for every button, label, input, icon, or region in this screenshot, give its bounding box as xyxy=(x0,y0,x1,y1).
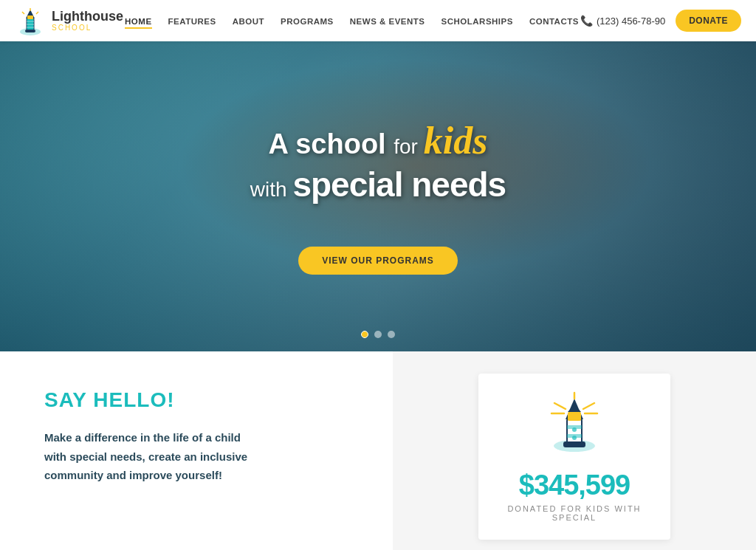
svg-rect-16 xyxy=(568,412,581,421)
hero-dot-2[interactable] xyxy=(374,331,382,338)
svg-rect-10 xyxy=(25,30,35,32)
donation-amount: $345,599 xyxy=(501,470,648,501)
hero-content: A school for kids with special needs VIE… xyxy=(250,118,506,275)
nav-item-home[interactable]: HOME xyxy=(125,17,152,29)
nav-right: 📞 (123) 456-78-90 DONATE xyxy=(580,10,741,32)
say-hello-panel: SAY HELLO! Make a difference in the life… xyxy=(0,351,393,550)
svg-rect-18 xyxy=(563,441,585,447)
hero-with-text: with xyxy=(250,178,293,201)
nav-item-scholarships[interactable]: SCHOLARSHIPS xyxy=(441,17,513,26)
nav-item-news[interactable]: NEWS & EVENTS xyxy=(350,17,425,26)
lighthouse-icon xyxy=(541,388,608,455)
lighthouse-icon-wrap xyxy=(501,388,648,458)
logo-subtitle: School xyxy=(52,24,123,32)
nav-item-programs[interactable]: PROGRAMS xyxy=(281,17,334,26)
hero-section: A school for kids with special needs VIE… xyxy=(0,41,756,351)
donation-label: DONATED FOR KIDS WITH SPECIAL xyxy=(501,504,648,522)
donation-panel: $345,599 DONATED FOR KIDS WITH SPECIAL xyxy=(393,351,756,550)
logo-name: Lighthouse xyxy=(52,10,123,24)
svg-line-19 xyxy=(554,403,566,409)
nav-links: HOME FEATURES ABOUT PROGRAMS NEWS & EVEN… xyxy=(125,14,579,27)
svg-line-21 xyxy=(583,403,594,409)
svg-line-6 xyxy=(36,12,38,14)
nav-item-features[interactable]: FEATURES xyxy=(168,17,216,26)
hero-special-text: special needs xyxy=(292,165,506,204)
hero-headline: A school for kids with special needs xyxy=(250,118,506,205)
hero-for-text: for xyxy=(394,135,423,158)
phone-area: 📞 (123) 456-78-90 xyxy=(580,15,665,27)
logo[interactable]: Lighthouse School xyxy=(15,5,123,36)
say-hello-title: SAY HELLO! xyxy=(44,388,348,412)
phone-number: (123) 456-78-90 xyxy=(597,16,665,27)
hero-dot-1[interactable] xyxy=(361,331,368,338)
svg-rect-3 xyxy=(27,16,33,19)
say-hello-text: Make a difference in the life of a child… xyxy=(44,428,251,485)
nav-item-about[interactable]: ABOUT xyxy=(233,17,264,26)
hero-dots xyxy=(361,331,395,338)
svg-point-25 xyxy=(572,436,577,440)
hero-dot-3[interactable] xyxy=(388,331,395,338)
phone-icon: 📞 xyxy=(580,15,593,27)
donate-button[interactable]: DONATE xyxy=(676,10,741,32)
donation-card: $345,599 DONATED FOR KIDS WITH SPECIAL xyxy=(478,374,670,540)
svg-marker-17 xyxy=(568,405,581,412)
svg-point-24 xyxy=(572,427,577,432)
view-programs-button[interactable]: VIEW OUR PROGRAMS xyxy=(298,247,458,275)
hero-line1-a: A school xyxy=(269,128,394,159)
bottom-section: SAY HELLO! Make a difference in the life… xyxy=(0,351,756,550)
navbar: Lighthouse School HOME FEATURES ABOUT PR… xyxy=(0,0,756,41)
hero-background: A school for kids with special needs VIE… xyxy=(0,41,756,351)
lighthouse-logo-icon xyxy=(15,5,46,36)
nav-item-contacts[interactable]: CONTACTS xyxy=(529,17,579,26)
svg-line-5 xyxy=(22,12,24,14)
hero-kids-text: kids xyxy=(424,120,488,162)
